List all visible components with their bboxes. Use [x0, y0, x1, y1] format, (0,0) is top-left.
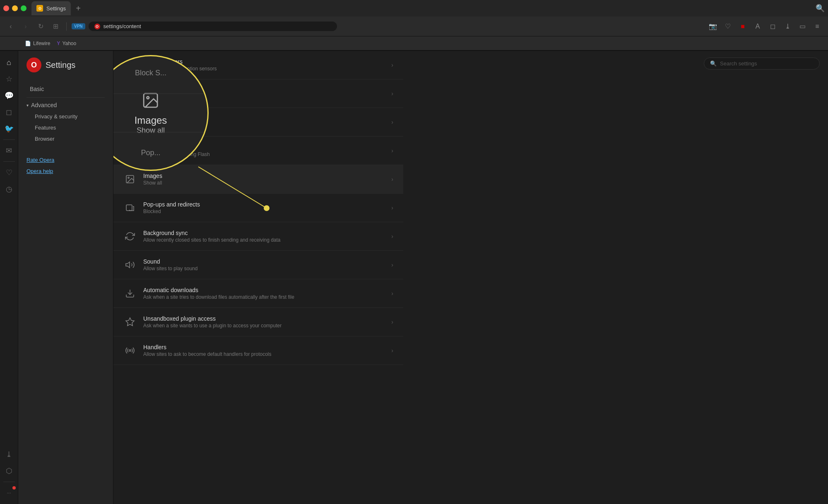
minimize-button[interactable]	[12, 5, 18, 11]
sidebar-icon-twitter[interactable]: 🐦	[2, 121, 17, 136]
popups-text: Pop-ups and redirects Blocked	[143, 201, 385, 214]
extension-icon[interactable]: ■	[737, 21, 749, 32]
javascript-title: JavaScript	[143, 115, 385, 122]
content-area: 🔍 Search settings Motion sensors	[113, 51, 828, 504]
tab-title: Settings	[46, 5, 66, 12]
settings-item-images[interactable]: Images Show all ›	[113, 165, 403, 194]
sidebar-icon-send[interactable]: ✉	[2, 143, 17, 158]
popups-title: Pop-ups and redirects	[143, 201, 385, 208]
sidebar-divider-2	[3, 161, 15, 162]
menu-icon[interactable]: ≡	[811, 21, 823, 32]
settings-item-javascript[interactable]: JavaScript Allowed ›	[113, 108, 403, 137]
background-sync-icon	[123, 230, 137, 243]
sidebar-item-features[interactable]: Features	[22, 122, 110, 133]
background-sync-text: Background sync Allow recently closed si…	[143, 230, 385, 243]
opera-help-link[interactable]: Opera help	[18, 166, 113, 177]
settings-item-background-sync[interactable]: Background sync Allow recently closed si…	[113, 222, 403, 251]
sound-icon	[123, 258, 137, 271]
bookmark-yahoo-label: Yahoo	[62, 41, 76, 46]
auto-downloads-title: Automatic downloads	[143, 287, 385, 293]
settings-item-handlers[interactable]: Handlers Allow sites to ask to become de…	[113, 336, 403, 365]
forward-button[interactable]: ›	[20, 21, 31, 32]
grid-button[interactable]: ⊞	[50, 21, 61, 32]
svg-point-8	[129, 350, 131, 351]
auto-downloads-desc: Ask when a site tries to download files …	[143, 294, 385, 300]
sidebar-icon-instagram[interactable]: ◻	[2, 105, 17, 120]
settings-item-motion-sensors[interactable]: Motion sensors Allow sites to use motion…	[113, 51, 403, 79]
settings-page-title: Settings	[46, 60, 75, 70]
settings-item-flash[interactable]: Flash Block sites from running Flash ›	[113, 137, 403, 165]
battery-icon[interactable]: ▭	[797, 21, 808, 32]
settings-item-unsandboxed[interactable]: Unsandboxed plugin access Ask when a sit…	[113, 308, 403, 336]
settings-item-notifications[interactable]: Notifications Ask before sending ›	[113, 79, 403, 108]
bookmark-lifewire[interactable]: 📄 Lifewire	[25, 41, 50, 46]
browser-chrome: ⚙ Settings + 🔍 ‹ › ↻ ⊞ VPN O settings/co…	[0, 0, 828, 51]
motion-sensors-title: Motion sensors	[143, 58, 385, 65]
handlers-desc: Allow sites to ask to become default han…	[143, 351, 385, 357]
search-settings-bar[interactable]: 🔍 Search settings	[704, 58, 820, 70]
unsandboxed-text: Unsandboxed plugin access Ask when a sit…	[143, 315, 385, 329]
motion-sensors-text: Motion sensors Allow sites to use motion…	[143, 58, 385, 72]
sidebar-icon-more[interactable]: ···	[2, 485, 17, 500]
popups-icon	[123, 201, 137, 214]
flash-title: Flash	[143, 144, 385, 151]
unsandboxed-arrow: ›	[391, 319, 393, 325]
reload-button[interactable]: ↻	[35, 21, 46, 32]
settings-item-popups[interactable]: Pop-ups and redirects Blocked ›	[113, 194, 403, 222]
url-bar[interactable]: O settings/content	[89, 22, 337, 31]
unsandboxed-icon	[123, 315, 137, 329]
unsandboxed-title: Unsandboxed plugin access	[143, 315, 385, 322]
advanced-arrow-icon: ▾	[26, 103, 29, 108]
javascript-text: JavaScript Allowed	[143, 115, 385, 129]
sidebar-icon-heart[interactable]: ♡	[2, 165, 17, 180]
settings-item-auto-downloads[interactable]: Automatic downloads Ask when a site trie…	[113, 279, 403, 308]
motion-sensors-arrow: ›	[391, 62, 393, 68]
nav-toolbar-right: 📷 ♡ ■ A ◻ ⤓ ▭ ≡	[707, 21, 823, 32]
bookmark-yahoo[interactable]: Y Yahoo	[57, 41, 76, 46]
background-sync-desc: Allow recently closed sites to finish se…	[143, 237, 385, 243]
wallet-icon[interactable]: ◻	[767, 21, 778, 32]
motion-sensors-icon	[123, 58, 137, 72]
camera-icon[interactable]: 📷	[707, 21, 719, 32]
images-title: Images	[143, 173, 385, 179]
browser-search-icon[interactable]: 🔍	[816, 4, 825, 13]
auto-downloads-icon	[123, 287, 137, 300]
opera-logo: O	[26, 58, 41, 72]
sidebar-item-privacy[interactable]: Privacy & security	[22, 111, 110, 122]
extension2-icon[interactable]: A	[752, 21, 763, 32]
back-button[interactable]: ‹	[5, 21, 17, 32]
notifications-title: Notifications	[143, 87, 385, 94]
new-tab-button[interactable]: +	[72, 2, 84, 14]
images-desc: Show all	[143, 180, 385, 186]
bookmark-lifewire-label: Lifewire	[33, 41, 50, 46]
vpn-badge[interactable]: VPN	[72, 23, 85, 29]
sidebar-icon-clock[interactable]: ◷	[2, 182, 17, 197]
settings-tab[interactable]: ⚙ Settings	[31, 1, 71, 15]
settings-header: O Settings	[18, 58, 113, 81]
rate-opera-link[interactable]: Rate Opera	[18, 154, 113, 166]
heart-nav-icon[interactable]: ♡	[722, 21, 734, 32]
sidebar-item-basic[interactable]: Basic	[22, 82, 110, 96]
search-settings-placeholder: Search settings	[720, 60, 757, 67]
settings-item-sound[interactable]: Sound Allow sites to play sound ›	[113, 251, 403, 279]
maximize-button[interactable]	[21, 5, 26, 11]
svg-marker-1	[126, 146, 134, 155]
sidebar-item-browser[interactable]: Browser	[22, 133, 110, 144]
sound-text: Sound Allow sites to play sound	[143, 258, 385, 271]
sidebar-icon-messenger[interactable]: 💬	[2, 88, 17, 103]
close-button[interactable]	[3, 5, 9, 11]
sidebar-icon-home[interactable]: ⌂	[2, 55, 17, 70]
flash-icon	[123, 144, 137, 157]
sidebar-icon-star[interactable]: ☆	[2, 72, 17, 86]
icon-sidebar: ⌂ ☆ 💬 ◻ 🐦 ✉ ♡ ◷ ⤓ ⬡ ···	[0, 51, 18, 504]
flash-text: Flash Block sites from running Flash	[143, 144, 385, 157]
sidebar-icon-box[interactable]: ⬡	[2, 463, 17, 478]
sidebar-divider	[26, 97, 105, 98]
sound-title: Sound	[143, 258, 385, 265]
notifications-arrow: ›	[391, 90, 393, 97]
tab-bar: ⚙ Settings + 🔍	[0, 0, 828, 17]
svg-point-3	[128, 177, 129, 178]
sidebar-icon-download[interactable]: ⤓	[2, 447, 17, 462]
sidebar-group-advanced[interactable]: ▾ Advanced	[18, 99, 113, 111]
download-nav-icon[interactable]: ⤓	[782, 21, 793, 32]
